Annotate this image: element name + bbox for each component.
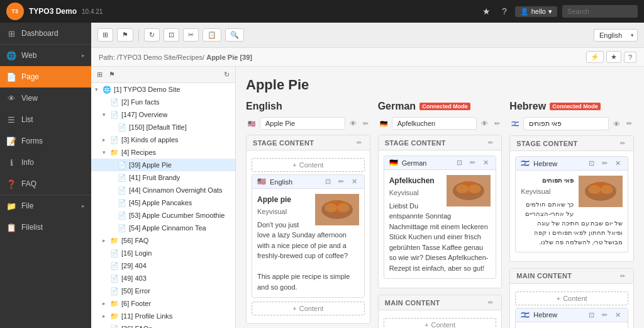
sidebar-item-forms[interactable]: 📝 Forms bbox=[0, 130, 91, 152]
main-content-edit-de[interactable]: ✏ bbox=[486, 298, 495, 307]
page-title: Apple Pie bbox=[246, 77, 634, 93]
add-main-btn-he[interactable]: + Content bbox=[515, 291, 628, 305]
he-stage-toggle[interactable]: ⊡ bbox=[587, 159, 596, 168]
sidebar-item-page[interactable]: 📄 Page bbox=[0, 66, 91, 88]
de-stage-edit[interactable]: ✏ bbox=[468, 158, 477, 167]
svg-point-10 bbox=[456, 184, 469, 193]
sidebar-item-file[interactable]: 📁 File ▸ bbox=[0, 195, 91, 217]
he-stage-edit[interactable]: ✏ bbox=[600, 159, 609, 168]
toolbar-paste-btn[interactable]: 📋 bbox=[203, 28, 221, 42]
add-content-btn-en[interactable]: + Content bbox=[252, 158, 365, 172]
tree-item-403[interactable]: 📄 [49] 403 bbox=[91, 272, 235, 285]
plus-icon-he: + bbox=[557, 295, 560, 302]
search-input[interactable] bbox=[562, 5, 638, 18]
stage-content-actions-he: ✏ bbox=[618, 139, 627, 147]
tree-expand-btn[interactable]: ⊞ bbox=[95, 69, 104, 80]
tree-item-typo3demo[interactable]: ▾ 🌐 [1] TYPO3 Demo Site bbox=[91, 83, 235, 96]
de-stage-close[interactable]: ✕ bbox=[481, 158, 491, 167]
english-record-edit-btn[interactable]: ✏ bbox=[361, 119, 370, 128]
hebrew-flag: 🇮🇱 bbox=[509, 120, 521, 128]
stage-content-header-he: Stage Content ✏ bbox=[510, 136, 633, 151]
sidebar-item-info[interactable]: ℹ Info bbox=[0, 152, 91, 173]
stage-content-edit-de[interactable]: ✏ bbox=[486, 139, 495, 147]
main-content-he: Main Content ✏ + Content bbox=[509, 268, 634, 329]
he-main-close[interactable]: ✕ bbox=[613, 310, 623, 320]
sidebar-item-list[interactable]: ☰ List bbox=[0, 109, 91, 130]
tree-label: [6] Footer bbox=[121, 300, 151, 307]
tree-item-overview[interactable]: ▾ 📄 [147] Overview bbox=[91, 108, 235, 121]
tree-filter-btn[interactable]: ⚑ bbox=[107, 69, 117, 80]
toolbar-search-btn[interactable]: 🔍 bbox=[225, 28, 244, 42]
tree-toggle-icon[interactable]: ▾ bbox=[103, 149, 110, 156]
sidebar-item-faq[interactable]: ❓ FAQ bbox=[0, 173, 91, 195]
sidebar-item-view[interactable]: 👁 View bbox=[0, 88, 91, 109]
toolbar-copy-btn[interactable]: ⊡ bbox=[164, 28, 179, 42]
stage-content-edit-he[interactable]: ✏ bbox=[618, 139, 627, 147]
main-content-header-de: Main Content ✏ bbox=[379, 295, 502, 310]
tree-item-error[interactable]: 📄 [50] Error bbox=[91, 285, 235, 297]
sidebar-item-web[interactable]: 🌐 Web ▸ bbox=[0, 45, 91, 66]
folder-icon: 📁 bbox=[110, 312, 119, 320]
toolbar-icon-btn[interactable]: ⊞ bbox=[97, 28, 113, 42]
tree-item-default-title[interactable]: 📄 [150] [Default Title] bbox=[91, 121, 235, 133]
path-lightning-btn[interactable]: ⚡ bbox=[586, 51, 604, 63]
tree-item-cinnamon-oats[interactable]: 📄 [44] Cinnamon Overnight Oats bbox=[91, 184, 235, 196]
tree-refresh-btn[interactable]: ↻ bbox=[222, 69, 231, 80]
tree-item-login[interactable]: 📄 [16] Login bbox=[91, 247, 235, 259]
hebrew-record-edit[interactable]: ✏ bbox=[625, 119, 634, 128]
add-content-btn-en-2[interactable]: + Content bbox=[252, 302, 365, 315]
tree-item-recipes[interactable]: ▾ 📁 [4] Recipes bbox=[91, 146, 235, 159]
sidebar-item-dashboard[interactable]: ⊞ Dashboard bbox=[0, 23, 91, 44]
hebrew-record-view[interactable]: 👁 bbox=[611, 120, 622, 128]
page-icon: 📄 bbox=[110, 249, 119, 257]
help-icon[interactable]: ? bbox=[499, 5, 510, 18]
en-stage-close[interactable]: ✕ bbox=[350, 177, 359, 186]
tree-item-profilelinks[interactable]: ▸ 📁 [11] Profile Links bbox=[91, 310, 235, 322]
tree-label: [49] 403 bbox=[121, 274, 147, 282]
svg-point-5 bbox=[325, 203, 337, 212]
he-main-edit[interactable]: ✏ bbox=[600, 310, 609, 320]
tree-item-faqs[interactable]: 📄 [36] FAQs bbox=[91, 322, 235, 328]
de-stage-toggle[interactable]: ⊡ bbox=[455, 158, 464, 167]
english-column: English 🇺🇸 Apple Pie 👁 ✏ bbox=[246, 101, 370, 328]
german-record-edit[interactable]: ✏ bbox=[492, 119, 502, 128]
tree-item-applepie[interactable]: 📄 [39] Apple Pie bbox=[91, 159, 235, 171]
path-help-btn[interactable]: ? bbox=[624, 52, 636, 63]
tree-item-pancakes[interactable]: 📄 [45] Apple Pancakes bbox=[91, 196, 235, 209]
tree-item-funfacts[interactable]: 📄 [2] Fun facts bbox=[91, 96, 235, 108]
toolbar-refresh-btn[interactable]: ↻ bbox=[144, 28, 160, 42]
main-content-edit-he[interactable]: ✏ bbox=[618, 272, 627, 280]
en-stage-toggle[interactable]: ⊡ bbox=[323, 177, 333, 186]
language-select[interactable]: English German Hebrew bbox=[594, 29, 638, 42]
tree-toggle-icon[interactable]: ▸ bbox=[103, 137, 110, 143]
english-record-view-btn[interactable]: 👁 bbox=[348, 119, 358, 128]
stage-content-edit-en[interactable]: ✏ bbox=[355, 139, 364, 147]
he-stage-flag: 🇮🇱 bbox=[521, 159, 530, 167]
en-stage-edit[interactable]: ✏ bbox=[336, 177, 346, 186]
tree-toggle-icon[interactable]: ▸ bbox=[103, 300, 110, 307]
stage-content-body-de: 🇩🇪 German ⊡ ✏ ✕ bbox=[379, 150, 502, 288]
tree-label: [147] Overview bbox=[121, 111, 167, 118]
tree-item-footer[interactable]: ▸ 📁 [6] Footer bbox=[91, 297, 235, 310]
toolbar-filter-btn[interactable]: ⚑ bbox=[117, 28, 133, 42]
sidebar-item-filelist[interactable]: 📋 Filelist bbox=[0, 217, 91, 238]
user-menu[interactable]: 👤 hello ▾ bbox=[515, 6, 557, 17]
add-main-btn-de[interactable]: + Content bbox=[384, 318, 497, 328]
tree-item-smoothie[interactable]: 📄 [53] Apple Cucumber Smoothie bbox=[91, 209, 235, 222]
tree-item-404[interactable]: 📄 [29] 404 bbox=[91, 259, 235, 272]
toolbar-cut-btn[interactable]: ✂ bbox=[183, 28, 199, 42]
he-stage-close[interactable]: ✕ bbox=[613, 159, 623, 168]
star-icon[interactable]: ★ bbox=[479, 5, 494, 18]
tree-item-cinnamon-tea[interactable]: 📄 [54] Apple Cinnamon Tea bbox=[91, 222, 235, 234]
tree-toggle-icon[interactable]: ▸ bbox=[103, 237, 110, 244]
german-record-view[interactable]: 👁 bbox=[479, 119, 490, 128]
tree-item-fruitbrandy[interactable]: 📄 [41] Fruit Brandy bbox=[91, 171, 235, 184]
tree-toggle-icon[interactable]: ▾ bbox=[103, 111, 110, 118]
tree-toggle-icon[interactable]: ▾ bbox=[95, 86, 103, 93]
keyvisual-image-de bbox=[447, 175, 491, 206]
he-main-toggle[interactable]: ⊡ bbox=[587, 310, 596, 320]
tree-item-kinds[interactable]: ▸ 📄 [3] Kinds of apples bbox=[91, 133, 235, 146]
tree-toggle-icon[interactable]: ▸ bbox=[103, 313, 110, 319]
tree-item-faq56[interactable]: ▸ 📁 [56] FAQ bbox=[91, 234, 235, 247]
path-star-btn[interactable]: ★ bbox=[606, 51, 621, 63]
